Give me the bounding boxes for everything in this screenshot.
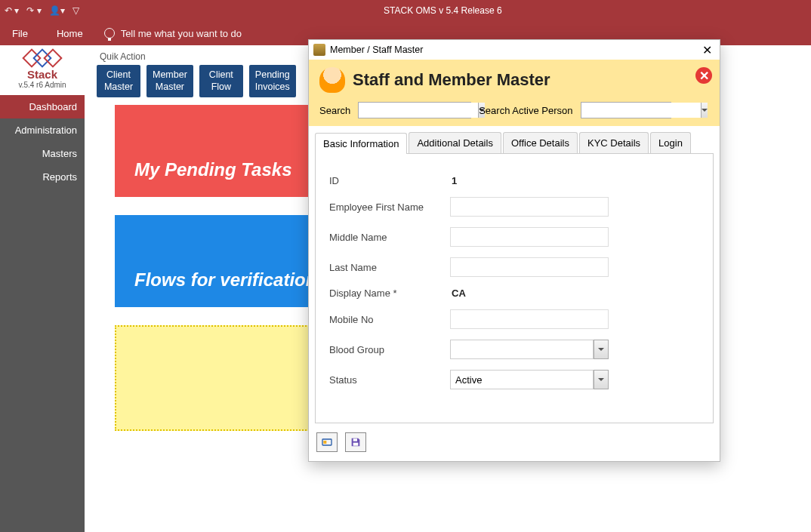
tab-basic-information[interactable]: Basic Information (315, 133, 407, 154)
quick-client-flow-button[interactable]: Client Flow (199, 65, 243, 97)
last-name-input[interactable] (450, 257, 609, 277)
tab-kyc-details[interactable]: KYC Details (579, 132, 649, 153)
left-sidebar: Stack v.5.4 r6 Admin Dashboard Administr… (0, 45, 85, 532)
ribbon-tab-file[interactable]: File (5, 25, 35, 42)
modal-header: Staff and Member Master ✕ (309, 60, 720, 102)
tell-me-label: Tell me what you want to do (121, 28, 242, 39)
modal-app-icon (313, 44, 325, 56)
quick-member-master-button[interactable]: Member Master (146, 65, 193, 97)
search-input[interactable] (359, 103, 478, 118)
blood-group-select[interactable] (450, 340, 609, 359)
sidebar-item-dashboard[interactable]: Dashboard (0, 95, 85, 118)
svg-rect-3 (353, 443, 359, 446)
middle-name-input[interactable] (450, 227, 609, 247)
modal-form: ID 1 Employee First Name Middle Name Las… (315, 154, 714, 423)
app-title: STACK OMS v 5.4 Release 6 (79, 5, 806, 16)
brand-name: Stack (2, 68, 83, 81)
chevron-down-icon[interactable] (594, 370, 609, 389)
card-icon (321, 436, 333, 448)
last-name-label: Last Name (329, 262, 450, 273)
search-active-label: Search Active Person (479, 105, 572, 116)
app-titlebar: ↶ ▾ ↷ ▾ 👤▾ ▽ STACK OMS v 5.4 Release 6 (0, 0, 811, 21)
redo-icon[interactable]: ↷ ▾ (26, 5, 41, 16)
modal-action-bar (309, 431, 720, 461)
modal-window-title: Member / Staff Master (330, 45, 423, 55)
status-label: Status (329, 374, 450, 386)
modal-search-row: Search Search Active Person (309, 102, 720, 126)
quick-pending-invoices-button[interactable]: Pending Invoices (249, 65, 296, 97)
quick-access-toolbar: ↶ ▾ ↷ ▾ 👤▾ ▽ (5, 5, 79, 16)
save-icon (350, 436, 362, 448)
chevron-down-icon[interactable] (594, 340, 609, 359)
modal-close-button[interactable]: ✕ (695, 67, 712, 84)
ribbon-tab-home[interactable]: Home (49, 25, 91, 42)
display-name-value: CA (450, 288, 609, 299)
sidebar-item-masters[interactable]: Masters (0, 142, 85, 165)
tab-office-details[interactable]: Office Details (503, 132, 578, 153)
brand-box: Stack v.5.4 r6 Admin (0, 45, 85, 95)
first-name-label: Employee First Name (329, 201, 450, 213)
tab-login[interactable]: Login (650, 132, 691, 153)
status-select[interactable] (450, 370, 609, 389)
search-active-input[interactable] (581, 103, 701, 118)
lightbulb-icon (104, 28, 115, 38)
modal-tabs: Basic Information Additional Details Off… (315, 132, 714, 154)
id-label: ID (329, 175, 450, 186)
svg-rect-1 (323, 441, 326, 444)
qat-customize-icon[interactable]: ▽ (72, 5, 79, 16)
person-icon (319, 67, 345, 93)
id-value: 1 (450, 175, 609, 186)
search-active-combo[interactable] (581, 102, 671, 118)
first-name-input[interactable] (450, 197, 609, 217)
middle-name-label: Middle Name (329, 232, 450, 243)
staff-master-modal: Member / Staff Master ✕ Staff and Member… (308, 39, 720, 462)
tell-me-search[interactable]: Tell me what you want to do (104, 28, 242, 39)
modal-window-close-icon[interactable]: ✕ (699, 43, 715, 57)
brand-subtitle: v.5.4 r6 Admin (2, 81, 83, 89)
user-icon[interactable]: 👤▾ (49, 5, 65, 16)
display-name-label: Display Name * (329, 288, 450, 299)
save-record-button[interactable] (345, 432, 366, 452)
mobile-input[interactable] (450, 309, 609, 329)
search-combo[interactable] (358, 102, 471, 118)
chevron-down-icon[interactable] (701, 103, 708, 118)
undo-icon[interactable]: ↶ ▾ (5, 5, 19, 16)
mobile-label: Mobile No (329, 314, 450, 325)
sidebar-item-reports[interactable]: Reports (0, 165, 85, 189)
quick-client-master-button[interactable]: Client Master (97, 65, 140, 97)
modal-titlebar[interactable]: Member / Staff Master ✕ (309, 40, 720, 60)
status-input[interactable] (450, 370, 594, 389)
brand-logo-icon (2, 50, 83, 66)
blood-group-label: Blood Group (329, 344, 450, 355)
modal-heading: Staff and Member Master (353, 70, 550, 90)
search-label: Search (319, 105, 350, 116)
sidebar-item-administration[interactable]: Administration (0, 118, 85, 142)
blood-group-input[interactable] (450, 340, 594, 359)
tab-additional-details[interactable]: Additional Details (409, 132, 501, 153)
svg-rect-2 (353, 438, 357, 441)
new-record-button[interactable] (316, 432, 338, 452)
